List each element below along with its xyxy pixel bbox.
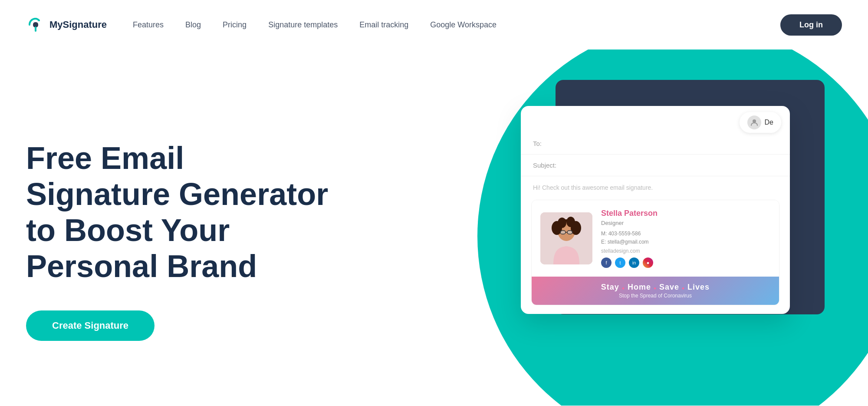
signature-avatar [540, 212, 592, 264]
nav-email-tracking[interactable]: Email tracking [359, 20, 408, 30]
nav-features[interactable]: Features [133, 20, 164, 30]
avatar-illustration [540, 212, 592, 264]
signature-role: Designer [601, 220, 770, 226]
email-to-field: To: [521, 133, 790, 155]
avatar-bubble: De [740, 112, 781, 133]
avatar-icon [747, 116, 761, 129]
email-header-row: De [521, 106, 790, 133]
nav-signature-templates[interactable]: Signature templates [268, 20, 338, 30]
signature-email: E: stella@gmail.com [601, 238, 770, 246]
signature-phone: M: 403-5559-586 [601, 230, 770, 238]
nav-pricing[interactable]: Pricing [223, 20, 247, 30]
logo-text: MySignature [49, 19, 107, 30]
signature-top: Stella Paterson Designer M: 403-5559-586… [532, 200, 779, 277]
create-signature-button[interactable]: Create Signature [26, 310, 155, 341]
svg-point-1 [753, 119, 756, 123]
signature-block: Stella Paterson Designer M: 403-5559-586… [531, 200, 779, 305]
banner-subtitle: Stop the Spread of Coronavirus [540, 293, 770, 299]
svg-point-7 [558, 218, 566, 228]
login-button[interactable]: Log in [780, 14, 842, 36]
email-mockup: De To: Subject: Hi! Check out this aweso… [521, 63, 825, 271]
facebook-icon: f [601, 257, 612, 268]
nav-google-workspace[interactable]: Google Workspace [430, 20, 496, 30]
logo[interactable]: MySignature [26, 15, 107, 34]
linkedin-icon: in [629, 257, 639, 268]
avatar-initials: De [765, 119, 773, 126]
hero-title: Free Email Signature Generator to Boost … [26, 140, 330, 284]
nav-links: Features Blog Pricing Signature template… [133, 20, 780, 30]
svg-rect-10 [567, 231, 572, 234]
signature-social-icons: f t in ● [601, 257, 770, 268]
signature-banner: Stay ● Home ● Save ● Lives Stop the Spre… [532, 277, 779, 305]
svg-point-8 [566, 217, 575, 227]
signature-website: stelladesign.com [601, 248, 770, 254]
instagram-icon: ● [643, 257, 653, 268]
banner-title: Stay ● Home ● Save ● Lives [540, 283, 770, 292]
email-body: Hi! Check out this awesome email signatu… [521, 176, 790, 200]
nav-blog[interactable]: Blog [185, 20, 201, 30]
svg-rect-9 [560, 231, 566, 234]
navbar: MySignature Features Blog Pricing Signat… [0, 0, 868, 50]
email-subject-field: Subject: [521, 155, 790, 176]
hero-section: Free Email Signature Generator to Boost … [0, 50, 868, 406]
email-front-card: De To: Subject: Hi! Check out this aweso… [521, 106, 790, 314]
signature-info: Stella Paterson Designer M: 403-5559-586… [601, 209, 770, 268]
logo-icon [26, 15, 45, 34]
signature-name: Stella Paterson [601, 209, 770, 218]
hero-content: Free Email Signature Generator to Boost … [26, 140, 330, 340]
twitter-icon: t [615, 257, 625, 268]
